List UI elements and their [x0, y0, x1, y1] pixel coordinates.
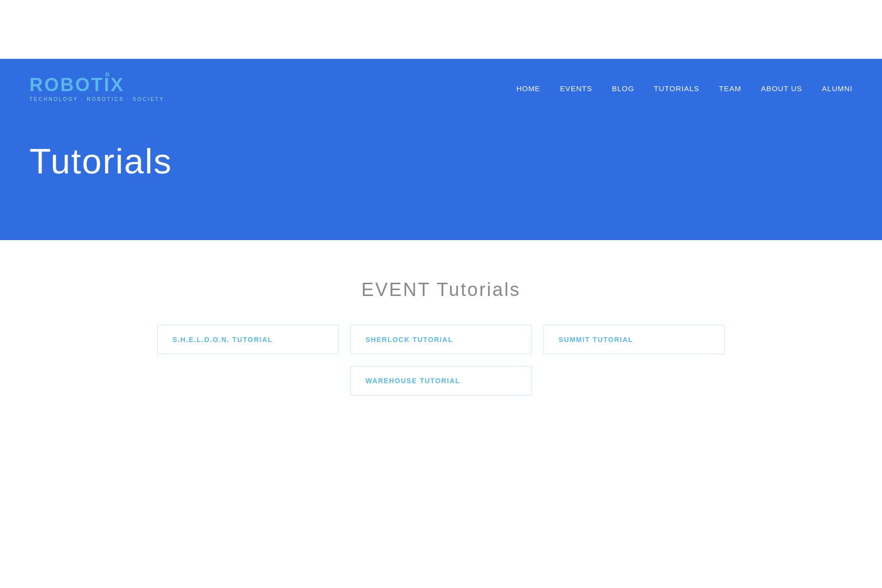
- nav-team[interactable]: TEAM: [719, 84, 741, 93]
- logo-text: ROBOT I X: [29, 74, 165, 96]
- tutorial-row-2: WAREHOUSE TUTORIAL: [122, 366, 760, 395]
- nav-links-container: HOME EVENTS BLOG TUTORIALS TEAM ABOUT US…: [516, 84, 853, 93]
- nav-about-us[interactable]: ABOUT US: [761, 84, 802, 93]
- tutorial-card-warehouse[interactable]: WAREHOUSE TUTORIAL: [350, 366, 532, 395]
- nav-alumni[interactable]: ALUMNI: [822, 84, 853, 93]
- tutorial-label-warehouse: WAREHOUSE TUTORIAL: [366, 377, 460, 385]
- logo-gear-icon: [105, 73, 109, 76]
- tutorial-card-sheldon[interactable]: S.H.E.L.D.O.N. TUTORIAL: [157, 325, 339, 354]
- navbar: ROBOT I X TECHNOLOGY · ROBOTICS · SOCIET…: [0, 59, 882, 102]
- nav-home[interactable]: HOME: [516, 84, 540, 93]
- logo-x: X: [111, 74, 124, 96]
- top-strip: [0, 0, 882, 59]
- section-title: EVENT Tutorials: [361, 279, 520, 300]
- logo[interactable]: ROBOT I X TECHNOLOGY · ROBOTICS · SOCIET…: [29, 74, 165, 102]
- logo-i: I: [104, 74, 111, 96]
- tutorial-row-1: S.H.E.L.D.O.N. TUTORIAL SHERLOCK TUTORIA…: [122, 325, 760, 354]
- tutorial-label-summit: SUMMIT TUTORIAL: [559, 336, 633, 343]
- main-content: EVENT Tutorials S.H.E.L.D.O.N. TUTORIAL …: [0, 240, 882, 444]
- nav-tutorials[interactable]: TUTORIALS: [654, 84, 699, 93]
- tutorial-card-summit[interactable]: SUMMIT TUTORIAL: [543, 325, 725, 354]
- tutorial-label-sherlock: SHERLOCK TUTORIAL: [366, 336, 453, 343]
- hero-section: ROBOT I X TECHNOLOGY · ROBOTICS · SOCIET…: [0, 59, 882, 240]
- tutorial-card-sherlock[interactable]: SHERLOCK TUTORIAL: [350, 325, 532, 354]
- logo-subtitle: TECHNOLOGY · ROBOTICS · SOCIETY: [29, 97, 165, 102]
- logo-letters: ROBOT: [29, 74, 104, 96]
- hero-content: Tutorials: [0, 102, 882, 240]
- page-title: Tutorials: [29, 141, 853, 181]
- nav-blog[interactable]: BLOG: [612, 84, 635, 93]
- tutorial-label-sheldon: S.H.E.L.D.O.N. TUTORIAL: [172, 336, 273, 343]
- nav-events[interactable]: EVENTS: [560, 84, 592, 93]
- tutorials-grid: S.H.E.L.D.O.N. TUTORIAL SHERLOCK TUTORIA…: [122, 325, 760, 395]
